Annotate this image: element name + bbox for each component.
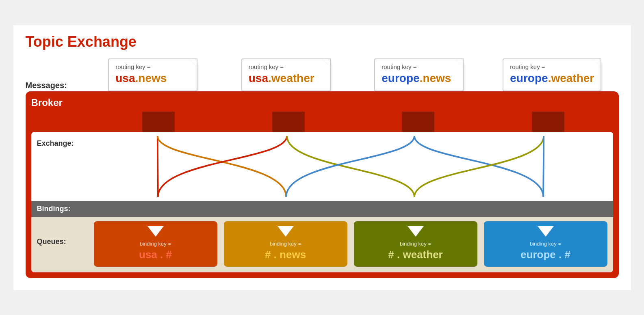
binding-part1-2: # — [265, 248, 271, 261]
binding-key-3: # . weather — [388, 248, 442, 261]
binding-dot-1: . — [160, 248, 163, 261]
binding-dot-2: . — [274, 248, 277, 261]
binding-key-1: usa . # — [139, 248, 172, 261]
routing-part2-2: weather — [271, 72, 314, 85]
messages-cards: routing key = usa . news routing key = u… — [87, 58, 619, 91]
main-container: Topic Exchange Messages: routing key = u… — [13, 25, 631, 290]
binding-part2-1: # — [166, 248, 172, 261]
msg-card-1: routing key = usa . news — [108, 58, 197, 91]
routing-part2-4: weather — [551, 72, 594, 85]
msg-card-wrapper-3: routing key = europe . news — [353, 58, 486, 91]
binding-label-1: binding key = — [140, 241, 171, 247]
routing-dot-3: . — [420, 72, 423, 85]
page-title: Topic Exchange — [26, 33, 619, 50]
queue-arrow-1 — [147, 226, 164, 237]
inner-box: Exchange: — [31, 132, 613, 272]
routing-part2-3: news — [423, 72, 451, 85]
routing-part1-4: europe — [510, 72, 548, 85]
binding-part2-3: weather — [403, 248, 442, 261]
exchange-area — [94, 136, 607, 197]
binding-part1-4: europe — [520, 248, 556, 261]
broker-section: Broker Exchange: — [26, 91, 619, 278]
messages-label: Messages: — [26, 58, 87, 90]
queues-row: Queues: binding key = usa . # — [31, 217, 613, 272]
exchange-row: Exchange: — [31, 132, 613, 201]
broker-box-2 — [272, 112, 305, 132]
routing-part1-1: usa — [115, 72, 135, 85]
diagram: Messages: routing key = usa . news — [26, 58, 619, 278]
routing-label-4: routing key = — [510, 63, 594, 70]
queue-arrow-3 — [408, 226, 424, 237]
messages-row: Messages: routing key = usa . news — [26, 58, 619, 91]
broker-box-4 — [532, 112, 564, 132]
routing-dot-2: . — [268, 72, 271, 85]
routing-svg — [94, 136, 607, 197]
exchange-label: Exchange: — [37, 136, 94, 148]
broker-box-1 — [142, 112, 175, 132]
queue-arrow-4 — [538, 226, 554, 237]
binding-key-4: europe . # — [520, 248, 570, 261]
broker-box-1-wrapper — [94, 112, 224, 132]
binding-part1-1: usa — [139, 248, 157, 261]
routing-value-4: europe . weather — [510, 72, 594, 85]
binding-label-3: binding key = — [400, 241, 431, 247]
broker-box-3-wrapper — [353, 112, 484, 132]
routing-value-2: usa . weather — [249, 72, 323, 85]
routing-part2-1: news — [138, 72, 167, 85]
routing-label-3: routing key = — [382, 63, 456, 70]
binding-dot-3: . — [397, 248, 400, 261]
binding-part2-2: news — [280, 248, 306, 261]
queue-card-2: binding key = # . news — [224, 221, 347, 267]
msg-card-wrapper-4: routing key = europe . weather — [486, 58, 619, 91]
queue-arrow-2 — [278, 226, 294, 237]
routing-part1-3: europe — [382, 72, 419, 85]
broker-box-4-wrapper — [483, 112, 613, 132]
msg-card-3: routing key = europe . news — [374, 58, 464, 91]
msg-card-4: routing key = europe . weather — [503, 58, 601, 91]
binding-label-2: binding key = — [270, 241, 301, 247]
routing-label-1: routing key = — [115, 63, 190, 70]
queue-card-1: binding key = usa . # — [94, 221, 217, 267]
queue-card-3: binding key = # . weather — [354, 221, 477, 267]
binding-part2-4: # — [564, 248, 570, 261]
queues-area: binding key = usa . # binding key = — [94, 221, 607, 267]
queue-card-4: binding key = europe . # — [484, 221, 607, 267]
binding-part1-3: # — [388, 248, 394, 261]
binding-key-2: # . news — [265, 248, 306, 261]
msg-card-2: routing key = usa . weather — [241, 58, 331, 91]
broker-box-2-wrapper — [223, 112, 353, 132]
msg-card-wrapper-2: routing key = usa . weather — [219, 58, 353, 91]
queues-label: Queues: — [37, 221, 94, 246]
routing-label-2: routing key = — [249, 63, 323, 70]
routing-dot-1: . — [135, 72, 139, 85]
routing-part1-2: usa — [249, 72, 268, 85]
routing-value-1: usa . news — [115, 72, 190, 85]
binding-dot-4: . — [559, 248, 562, 261]
broker-title: Broker — [31, 97, 613, 108]
bindings-label: Bindings: — [37, 205, 94, 213]
broker-top-area — [31, 112, 613, 132]
msg-card-wrapper-1: routing key = usa . news — [87, 58, 220, 91]
binding-label-4: binding key = — [530, 241, 561, 247]
broker-box-3 — [402, 112, 434, 132]
bindings-row: Bindings: — [31, 201, 613, 217]
routing-value-3: europe . news — [382, 72, 456, 85]
